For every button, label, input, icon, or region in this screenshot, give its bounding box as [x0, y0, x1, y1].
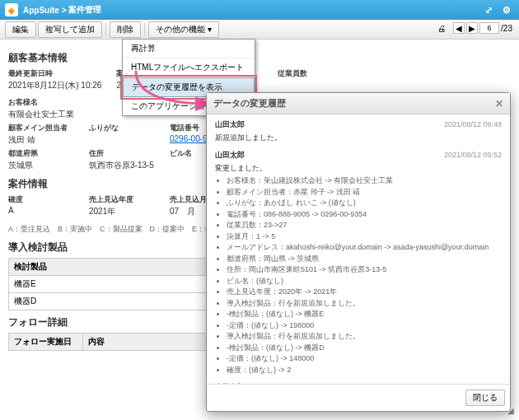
- entry-message: 変更しました。: [215, 163, 502, 175]
- label: 売上見込年度: [89, 194, 155, 205]
- app-title: AppSuite: [23, 6, 59, 15]
- value: A: [8, 205, 74, 216]
- entry-time: 2021/08/12 09:48: [444, 119, 502, 131]
- value: 茨城県: [8, 159, 74, 172]
- menu-export-html[interactable]: HTMLファイルへエクスポート: [123, 58, 255, 77]
- separator: [144, 23, 145, 36]
- change-item: 電話番号：086-888-9005 -> 0296-00-9354: [227, 209, 502, 221]
- change-item: 売上見込年度：2020年 -> 2021年: [227, 287, 502, 298]
- close-button[interactable]: 閉じる: [465, 390, 505, 406]
- breadcrumb-sep: >: [59, 6, 68, 15]
- print-icon[interactable]: 🖨: [437, 24, 446, 33]
- change-item: 都道府県：岡山県 -> 茨城県: [227, 254, 502, 265]
- value: 筑西市谷原3-13-5: [89, 159, 155, 172]
- change-item: ふりがな：あかほし れいこ -> (値なし): [227, 198, 502, 209]
- col-date: フォロー実施日: [9, 334, 83, 351]
- edit-button[interactable]: 編集: [5, 21, 36, 38]
- value: 2021年: [89, 205, 155, 218]
- change-item: 従業員数：23->27: [227, 220, 502, 231]
- gear-icon[interactable]: ⚙: [499, 2, 514, 17]
- change-item: -定価：(値なし) -> 148000: [227, 353, 502, 365]
- value: 浅田 靖: [8, 133, 74, 147]
- change-item: 導入検討製品：行を新規追加しました。: [227, 298, 502, 310]
- change-item: 導入検討製品：行を新規追加しました。: [227, 331, 502, 343]
- app-logo-icon: ◆: [5, 3, 18, 16]
- change-item: 顧客メイン担当者：赤星 玲子 -> 浅田 靖: [227, 187, 502, 198]
- label: 確度: [8, 194, 74, 205]
- label: 住所: [89, 148, 155, 159]
- entry-user: 山田太郎: [215, 119, 245, 131]
- duplicate-button[interactable]: 複写して追加: [38, 21, 102, 38]
- pager: 🖨 ◀ ▶ /23: [437, 22, 512, 34]
- dialog-header: データの変更履歴 ✕: [207, 93, 510, 114]
- entry-time: 2021/08/12 09:52: [444, 150, 502, 161]
- expand-icon[interactable]: ⤢: [481, 2, 496, 17]
- value: 2021年8月12日(木) 10:26: [8, 79, 101, 92]
- menu-recalc[interactable]: 再計算: [123, 40, 255, 58]
- section-customer: 顧客基本情報: [8, 51, 511, 65]
- dialog-footer: 閉じる: [207, 384, 510, 411]
- toolbar: 編集 複写して追加 削除 その他の機能 ▾ 🖨 ◀ ▶ /23 再計算 HTML…: [0, 20, 519, 40]
- value: 有限会社安士工業: [8, 108, 74, 121]
- change-item: お客様名：巣山建設株式会社 -> 有限会社安士工業: [227, 175, 502, 187]
- page-total: /23: [501, 24, 512, 33]
- change-item: 決算月：1 -> 5: [227, 231, 502, 243]
- change-item: 住所：岡山市南区東畦5101 -> 筑西市谷原3-13-5: [227, 264, 502, 276]
- change-item: 確度：(値なし) -> 2: [227, 365, 502, 376]
- change-item: -検討製品：(値なし) -> 機器D: [227, 343, 502, 354]
- close-icon[interactable]: ✕: [495, 98, 503, 110]
- entry-changes: お客様名：巣山建設株式会社 -> 有限会社安士工業顧客メイン担当者：赤星 玲子 …: [227, 175, 502, 376]
- page-input[interactable]: [479, 22, 499, 34]
- history-entry: 山田太郎2021/08/12 09:48新規追加しました。: [215, 119, 502, 143]
- other-functions-button[interactable]: その他の機能 ▾: [148, 21, 219, 38]
- label: 従業員数: [278, 68, 344, 79]
- entry-user: 山田太郎: [215, 150, 245, 161]
- label: 都道府県: [8, 148, 74, 159]
- label: 顧客メイン担当者: [8, 123, 74, 133]
- history-dialog: データの変更履歴 ✕ 山田太郎2021/08/12 09:48新規追加しました。…: [206, 92, 511, 412]
- label: 最終更新日時: [8, 68, 101, 79]
- change-item: -定価：(値なし) -> 198000: [227, 320, 502, 332]
- change-item: -検討製品：(値なし) -> 機器E: [227, 309, 502, 320]
- dialog-title: データの変更履歴: [213, 97, 286, 110]
- separator: [105, 23, 106, 36]
- prev-button[interactable]: ◀: [453, 22, 465, 34]
- dialog-body: 山田太郎2021/08/12 09:48新規追加しました。山田太郎2021/08…: [207, 114, 510, 384]
- delete-button[interactable]: 削除: [110, 21, 141, 38]
- label: お客様名: [8, 97, 74, 108]
- page-title: 案件管理: [68, 4, 101, 16]
- history-entry: 山田太郎2021/08/12 09:52変更しました。お客様名：巣山建設株式会社…: [215, 150, 502, 376]
- next-button[interactable]: ▶: [466, 22, 478, 34]
- label: ふりがな: [89, 123, 155, 133]
- change-item: ビル名：(値なし): [227, 276, 502, 287]
- change-item: メールアドレス：akahoshi-reiko@your.domain -> as…: [227, 242, 502, 254]
- app-header: ◆ AppSuite > 案件管理 ⤢ ⚙: [0, 0, 519, 20]
- entry-message: 新規追加しました。: [215, 133, 502, 144]
